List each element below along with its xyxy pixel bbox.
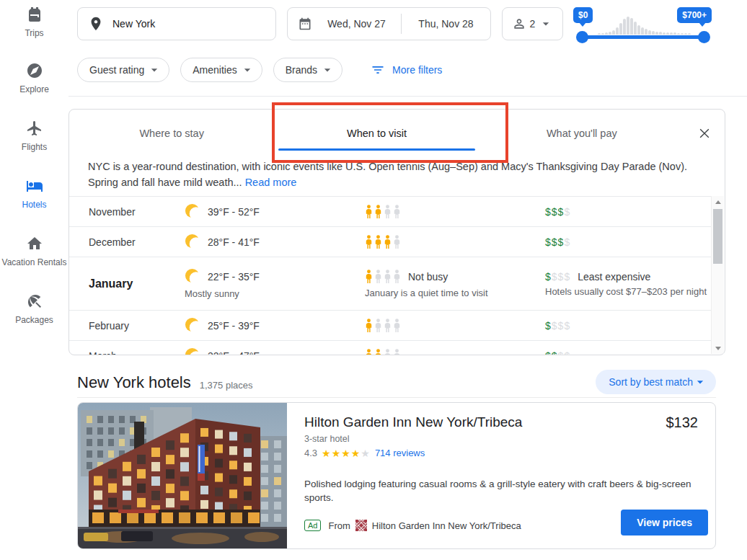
weather-cell: 22°F - 35°F Mostly sunny xyxy=(185,268,365,299)
hotel-class: 3-star hotel xyxy=(304,434,698,444)
person-icon xyxy=(374,319,382,333)
histogram-bar xyxy=(623,19,626,35)
month-row-december[interactable]: December 28°F - 41°F $$$$ xyxy=(69,227,712,257)
person-icon xyxy=(365,349,373,356)
temperature-range: 22°F - 35°F xyxy=(208,271,260,283)
sidebar-item-trips[interactable]: Trips xyxy=(0,6,68,38)
guests-count: 2 xyxy=(530,18,536,30)
person-icon xyxy=(384,205,392,219)
month-name: November xyxy=(89,206,185,218)
scroll-down-arrow[interactable] xyxy=(712,342,724,354)
month-row-november[interactable]: November 39°F - 52°F $$$$ xyxy=(69,197,712,227)
hotel-price: $132 xyxy=(666,414,699,431)
destination-insights-panel: Where to stay When to visit What you'll … xyxy=(68,109,725,355)
location-input[interactable]: New York xyxy=(77,7,276,40)
tab-what-youll-pay[interactable]: What you'll pay xyxy=(479,110,684,157)
sidebar-item-hotels[interactable]: Hotels xyxy=(0,177,68,210)
hotel-photo[interactable] xyxy=(78,403,287,548)
sidebar-item-packages[interactable]: Packages xyxy=(0,293,68,325)
month-row-march[interactable]: March 32°F - 47°F $$$$ xyxy=(69,341,712,355)
house-icon xyxy=(26,235,43,252)
histogram-bar xyxy=(601,33,604,35)
price-max-badge: $700+ xyxy=(677,7,712,23)
person-icon xyxy=(374,270,382,284)
sort-by-button[interactable]: Sort by best match xyxy=(596,370,716,394)
more-filters-button[interactable]: More filters xyxy=(363,63,442,77)
date-range-picker: Wed, Nov 27 Thu, Nov 28 xyxy=(287,7,491,40)
histogram-bar xyxy=(655,32,658,35)
busyness-cell: Not busy January is a quiet time to visi… xyxy=(365,270,545,298)
price-level: $$$$ xyxy=(545,320,570,332)
scroll-up-arrow[interactable] xyxy=(712,196,724,208)
guests-selector[interactable]: 2 xyxy=(502,7,563,40)
sidebar: Trips Explore Flights Hotels Vacation Re… xyxy=(0,0,68,560)
histogram-bar xyxy=(598,33,601,35)
histogram-bar xyxy=(684,33,687,35)
hotel-result-card: Hilton Garden Inn New York/Tribeca $132 … xyxy=(77,402,716,549)
month-row-february[interactable]: February 25°F - 39°F $$$$ xyxy=(69,311,712,341)
busyness-level xyxy=(365,205,401,219)
person-icon xyxy=(374,235,382,249)
person-icon xyxy=(384,349,392,356)
calendar-icon xyxy=(298,17,312,31)
slider-handle-min[interactable] xyxy=(576,31,588,43)
filter-chip-guest-rating[interactable]: Guest rating xyxy=(77,58,169,82)
hotel-description: Polished lodging featuring casual rooms … xyxy=(304,477,698,505)
read-more-link[interactable]: Read more xyxy=(245,177,297,188)
advertiser-logo-icon xyxy=(355,520,367,531)
sidebar-item-vacation-rentals[interactable]: Vacation Rentals xyxy=(0,235,68,267)
price-cell: $$$$ xyxy=(545,206,712,218)
sidebar-item-label: Flights xyxy=(0,142,68,152)
sidebar-item-label: Trips xyxy=(0,28,68,38)
busyness-cell xyxy=(365,235,545,249)
chip-label: Amenities xyxy=(193,64,237,76)
hotel-name[interactable]: Hilton Garden Inn New York/Tribeca xyxy=(304,414,698,430)
tab-when-to-visit[interactable]: When to visit xyxy=(274,110,479,157)
sidebar-item-flights[interactable]: Flights xyxy=(0,120,68,152)
reviews-link[interactable]: 714 reviews xyxy=(375,448,425,458)
beach-umbrella-icon xyxy=(26,293,43,310)
histogram-bar xyxy=(634,22,637,35)
histogram-bar xyxy=(688,33,691,35)
sidebar-item-explore[interactable]: Explore xyxy=(0,62,68,94)
histogram-bar xyxy=(627,17,629,35)
busyness-level xyxy=(365,235,401,249)
partly-sunny-icon xyxy=(185,234,201,250)
slider-handle-max[interactable] xyxy=(698,31,710,43)
more-filters-label: More filters xyxy=(392,64,442,76)
view-prices-button[interactable]: View prices xyxy=(621,510,708,535)
partly-sunny-icon xyxy=(185,317,201,334)
table-scrollbar[interactable] xyxy=(711,196,724,354)
chip-label: Brands xyxy=(286,64,317,76)
busyness-level xyxy=(365,319,401,333)
histogram-bar xyxy=(652,31,655,35)
hotel-bed-icon xyxy=(26,177,43,195)
busyness-cell xyxy=(365,349,545,356)
sidebar-item-label: Packages xyxy=(0,315,68,325)
filter-chip-brands[interactable]: Brands xyxy=(273,58,342,82)
busyness-cell xyxy=(365,205,545,219)
tab-label: Where to stay xyxy=(139,128,203,139)
tab-where-to-stay[interactable]: Where to stay xyxy=(69,110,274,157)
busyness-label: Not busy xyxy=(408,271,448,283)
histogram-bar xyxy=(630,18,633,35)
histogram-bar xyxy=(670,32,673,35)
close-panel-button[interactable] xyxy=(684,110,725,157)
histogram-bar xyxy=(616,27,619,35)
scrollbar-thumb[interactable] xyxy=(713,209,722,264)
checkin-date[interactable]: Wed, Nov 27 xyxy=(312,18,401,30)
slider-track[interactable] xyxy=(582,35,704,39)
checkout-date[interactable]: Thu, Nov 28 xyxy=(402,18,490,30)
person-icon xyxy=(393,270,401,284)
compass-icon xyxy=(26,62,43,79)
chevron-down-icon xyxy=(539,17,553,31)
chevron-down-icon xyxy=(240,63,255,77)
tab-label: What you'll pay xyxy=(547,128,617,139)
month-row-january[interactable]: January 22°F - 35°F Mostly sunny Not bus… xyxy=(69,257,712,311)
person-icon xyxy=(393,319,401,333)
filter-chip-amenities[interactable]: Amenities xyxy=(180,58,262,82)
sort-label: Sort by best match xyxy=(609,376,693,388)
star-icon: ★ xyxy=(341,448,351,459)
histogram-bar xyxy=(609,32,611,35)
chevron-down-icon xyxy=(320,63,335,77)
